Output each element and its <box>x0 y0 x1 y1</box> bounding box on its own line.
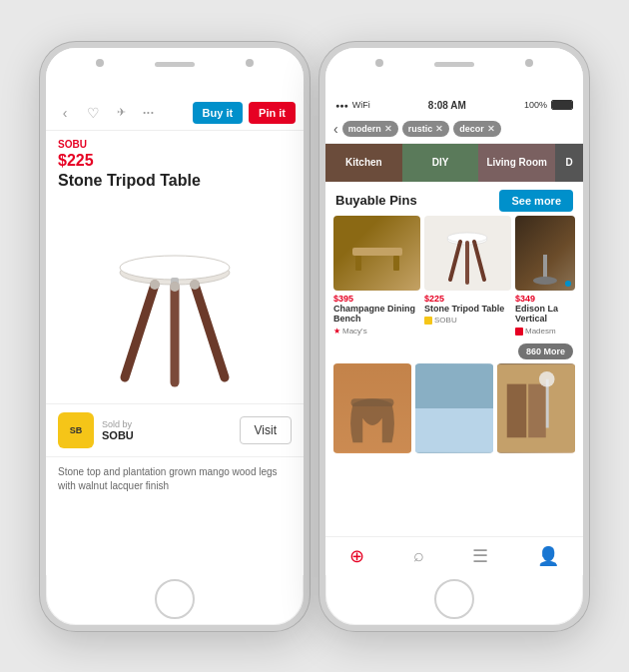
wifi-icon: WiFi <box>352 100 370 110</box>
gallery-ocean-thumbnail <box>415 363 493 453</box>
right-phone: ●●● WiFi 8:08 AM 100% ‹ modern ✕ <box>319 42 589 631</box>
right-phone-top <box>325 48 583 96</box>
card-name-1: Champagne Dining Bench <box>333 304 420 326</box>
category-strip: Kitchen DIY Living Room D <box>325 144 583 182</box>
visit-button[interactable]: Visit <box>240 416 292 444</box>
battery-percent: 100% <box>524 100 547 110</box>
card-seller-1: ★ Macy's <box>333 327 420 336</box>
pin-button[interactable]: Pin it <box>249 102 296 124</box>
table-thumbnail <box>440 218 495 288</box>
right-speaker <box>434 62 474 67</box>
left-front-camera <box>96 59 104 67</box>
status-left: ●●● WiFi <box>335 100 370 110</box>
right-sensor <box>525 59 533 67</box>
product-image <box>46 198 304 397</box>
back-icon[interactable]: ‹ <box>54 105 76 121</box>
card-seller-3: Madesm <box>515 327 575 336</box>
svg-rect-11 <box>393 256 399 271</box>
category-more[interactable]: D <box>555 144 583 182</box>
svg-point-6 <box>150 280 160 290</box>
gallery-lamp-thumbnail <box>497 363 575 453</box>
profile-nav-icon[interactable]: 👤 <box>537 545 559 567</box>
search-back-icon[interactable]: ‹ <box>333 121 338 137</box>
svg-rect-18 <box>543 255 547 280</box>
buyable-section-header: Buyable Pins See more <box>325 182 583 216</box>
madesm-logo-icon <box>515 328 523 336</box>
search-tags: modern ✕ rustic ✕ decor ✕ <box>342 121 575 137</box>
category-living-room[interactable]: Living Room <box>478 144 555 182</box>
svg-line-4 <box>195 285 225 377</box>
bottom-nav: ⊕ ⌕ ☰ 👤 <box>325 536 583 575</box>
left-home-button[interactable] <box>155 579 195 619</box>
tag-decor[interactable]: decor ✕ <box>453 121 501 137</box>
bottom-gallery <box>325 363 583 453</box>
remove-decor-icon[interactable]: ✕ <box>487 124 495 134</box>
svg-point-28 <box>539 371 555 387</box>
more-icon[interactable]: ••• <box>138 108 160 117</box>
search-nav-icon[interactable]: ⌕ <box>413 545 424 566</box>
remove-rustic-icon[interactable]: ✕ <box>435 124 443 134</box>
gallery-chair-thumbnail <box>333 363 411 453</box>
card-seller-name-3: Madesm <box>525 327 556 336</box>
card-price-2: $225 <box>424 294 511 304</box>
category-kitchen[interactable]: Kitchen <box>325 144 402 182</box>
search-bar[interactable]: ‹ modern ✕ rustic ✕ decor ✕ <box>325 115 583 144</box>
battery-icon <box>551 100 573 110</box>
left-phone: ‹ ♡ ✈ ••• Buy it Pin it SOBU $225 Stone … <box>40 42 310 631</box>
product-cards: $395 Champagne Dining Bench ★ Macy's <box>325 216 583 344</box>
svg-rect-26 <box>528 384 546 438</box>
card-name-3: Edison La Vertical <box>515 304 575 326</box>
card-seller-name-1: Macy's <box>342 327 367 336</box>
product-card-1[interactable]: $395 Champagne Dining Bench ★ Macy's <box>333 216 420 336</box>
gallery-image-1[interactable] <box>333 363 411 453</box>
svg-line-3 <box>125 285 155 377</box>
signal-dots: ●●● <box>335 102 348 109</box>
card-image-2 <box>424 216 511 291</box>
share-icon[interactable]: ✈ <box>110 106 132 119</box>
tag-rustic[interactable]: rustic ✕ <box>402 121 450 137</box>
card-name-2: Stone Tripod Table <box>424 304 511 315</box>
status-time: 8:08 AM <box>428 100 466 111</box>
seller-logo: SB <box>58 412 94 448</box>
seller-info: Sold by SOBU <box>102 419 240 441</box>
right-screen: ●●● WiFi 8:08 AM 100% ‹ modern ✕ <box>325 96 583 575</box>
stool-illustration <box>95 203 255 392</box>
card-seller-2: SOBU <box>424 316 511 325</box>
svg-rect-22 <box>415 364 493 408</box>
sold-by-label: Sold by <box>102 419 240 429</box>
tag-modern[interactable]: modern ✕ <box>342 121 398 137</box>
category-diy[interactable]: DIY <box>402 144 479 182</box>
left-screen: ‹ ♡ ✈ ••• Buy it Pin it SOBU $225 Stone … <box>46 96 304 575</box>
macy-star-icon: ★ <box>333 327 340 336</box>
card-image-1 <box>333 216 420 291</box>
messages-nav-icon[interactable]: ☰ <box>472 545 488 567</box>
buyable-pins-title: Buyable Pins <box>335 193 417 208</box>
svg-rect-23 <box>415 408 493 452</box>
product-card-2[interactable]: $225 Stone Tripod Table SOBU <box>424 216 511 336</box>
svg-rect-9 <box>352 248 402 256</box>
status-right: 100% <box>524 100 573 110</box>
heart-icon[interactable]: ♡ <box>82 105 104 121</box>
svg-point-1 <box>120 256 230 280</box>
gallery-image-2[interactable] <box>415 363 493 453</box>
remove-modern-icon[interactable]: ✕ <box>384 124 392 134</box>
svg-point-7 <box>190 280 200 290</box>
buy-button[interactable]: Buy it <box>193 102 244 124</box>
product-description: Stone top and plantation grown mango woo… <box>46 457 304 501</box>
gallery-image-3[interactable] <box>497 363 575 453</box>
svg-rect-25 <box>507 384 527 438</box>
status-bar: ●●● WiFi 8:08 AM 100% <box>325 96 583 115</box>
battery-fill <box>552 101 572 109</box>
svg-point-19 <box>533 277 557 285</box>
product-card-3[interactable]: $349 Edison La Vertical Madesm <box>515 216 575 336</box>
card-price-3: $349 <box>515 294 575 304</box>
right-home-button[interactable] <box>434 579 474 619</box>
svg-line-14 <box>450 242 460 280</box>
home-nav-icon[interactable]: ⊕ <box>349 545 364 567</box>
bench-thumbnail <box>347 223 407 283</box>
product-indicator <box>565 281 571 287</box>
sobu-logo-icon <box>424 317 432 325</box>
more-count-badge[interactable]: 860 More <box>518 343 573 359</box>
see-more-button[interactable]: See more <box>499 190 573 212</box>
card-seller-name-2: SOBU <box>434 316 457 325</box>
